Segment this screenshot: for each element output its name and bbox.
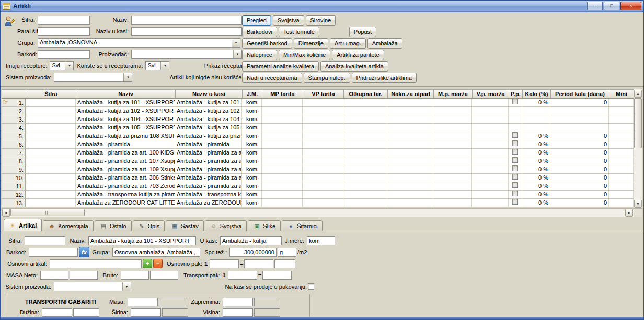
button-popust[interactable]: Popust (349, 27, 376, 37)
detail-osnovno-pak-total-input[interactable] (244, 259, 273, 268)
column-header-m-p-marža[interactable]: M.p. marža (434, 90, 473, 98)
filter-koriste-select[interactable]: Svi ▼ (145, 61, 169, 70)
column-header-p-p[interactable]: P.p. (509, 90, 523, 98)
column-header-naziv-u-kasi[interactable]: Naziv u kasi (176, 90, 243, 98)
detail-sifra-input[interactable] (25, 236, 65, 245)
column-header-mp-tarifa[interactable]: MP tarifa (262, 90, 303, 98)
detail-masa-neto-input-2[interactable] (70, 271, 98, 280)
gabariti-duzina-unit-input[interactable] (73, 308, 99, 317)
button-analiza-kvaliteta-artikla[interactable]: Analiza kvaliteta artikla (320, 61, 388, 72)
scroll-right-icon[interactable]: ► (625, 209, 633, 217)
button-test-formule[interactable]: Test formule (279, 27, 319, 37)
button-štampa-nalep[interactable]: Štampa nalep. (304, 73, 350, 83)
gabariti-visina-input[interactable] (223, 308, 253, 317)
button-barkodovi[interactable]: Barkodovi (242, 27, 277, 37)
pp-checkbox[interactable] (512, 191, 518, 196)
pp-checkbox[interactable] (512, 174, 518, 180)
remove-icon[interactable]: − (153, 259, 163, 268)
column-header-nakn-za-otpad[interactable]: Nakn.za otpad (388, 90, 434, 98)
detail-u-kasi-input[interactable] (220, 236, 282, 245)
detail-transport-pak-total-input[interactable] (262, 271, 292, 280)
table-row[interactable]: 12.Ambalaža - transportna kutija za pira… (2, 191, 634, 199)
horizontal-scroll-thumb[interactable] (10, 209, 85, 216)
scroll-left-icon[interactable]: ◄ (2, 209, 10, 217)
detail-transport-pak-qty-input[interactable] (228, 271, 257, 280)
table-row[interactable]: 10.Ambalaža - piramida za art. 306 Stink… (2, 174, 634, 182)
tab-opis[interactable]: ✎Opis (133, 220, 165, 231)
column-header-mini[interactable]: Mini (610, 90, 634, 98)
gabariti-sirina-input[interactable] (131, 308, 161, 317)
detail-naziv-input[interactable] (88, 236, 196, 245)
table-row[interactable]: 4.Ambalaža - kutija za 105 - XSUPPORTAmb… (2, 124, 634, 132)
detail-na-kasi-checkbox[interactable] (308, 283, 314, 290)
button-pridruži-slike-artiklima[interactable]: Pridruži slike artiklima (352, 73, 417, 83)
add-icon[interactable]: + (143, 259, 152, 268)
filter-paral-sifra-input[interactable] (38, 27, 90, 36)
filter-barkod-input[interactable] (38, 50, 90, 59)
pp-checkbox[interactable] (512, 99, 518, 104)
column-header-otkupna-tar[interactable]: Otkupna tar. (344, 90, 388, 98)
pp-checkbox[interactable] (512, 149, 518, 155)
pp-checkbox[interactable] (512, 157, 518, 163)
tab-komercijala[interactable]: ☻Komercijala (43, 220, 93, 231)
horizontal-scrollbar[interactable]: ◄ ► (2, 208, 642, 217)
column-header-kalo[interactable]: Kalo (%) (523, 90, 551, 98)
button-ambalaža[interactable]: Ambalaža (367, 38, 402, 49)
pp-checkbox[interactable] (512, 165, 518, 171)
button-generiši-barkod[interactable]: Generiši barkod (242, 38, 292, 49)
detail-spc-unit-input[interactable] (278, 248, 296, 257)
filter-naziv-u-kasi-input[interactable] (131, 27, 242, 36)
title-bar[interactable]: Artikli – □ × (1, 1, 643, 12)
chevron-down-icon[interactable]: ▼ (232, 39, 240, 47)
scroll-up-icon[interactable]: ▲ (634, 90, 642, 98)
button-artikli-za-paritete[interactable]: Artikli za paritete (332, 50, 384, 60)
detail-osnovno-pak-unit-input[interactable] (274, 259, 295, 268)
detail-sistem-proizvoda-select[interactable]: ▼ (54, 282, 131, 291)
button-nađi-u-recepturama[interactable]: Nađi u recepturama (242, 73, 302, 83)
table-row[interactable]: 11.Ambalaža - piramida za art. 703 Zerod… (2, 182, 634, 191)
tab-slike[interactable]: ▣Slike (248, 220, 281, 231)
chevron-down-icon[interactable]: ▼ (123, 73, 132, 81)
button-min-max-količine[interactable]: Min/Max količine (279, 50, 330, 60)
scroll-down-icon[interactable]: ▼ (634, 200, 642, 208)
gabariti-duzina-input[interactable] (42, 308, 72, 317)
detail-spc-tez-input[interactable] (229, 248, 277, 257)
filter-grupa-select[interactable]: Ambalaža ,OSNOVNA ▼ (38, 38, 240, 48)
column-header-vp-tarifa[interactable]: VP tarifa (303, 90, 344, 98)
filter-naziv-input[interactable] (131, 16, 242, 25)
table-row[interactable]: 7.Ambalaža - piramida za art. 100 KIDS X… (2, 149, 634, 157)
detail-grupa-input[interactable] (112, 248, 200, 257)
column-header-period-kala-dana[interactable]: Period kala (dana) (551, 90, 610, 98)
tab-ostalo[interactable]: ▤Ostalo (95, 220, 132, 231)
column-header-šifra[interactable]: Šifra (26, 90, 76, 98)
tab-šifarnici[interactable]: ♦Šifarnici (282, 220, 323, 231)
pp-checkbox[interactable] (512, 182, 518, 188)
column-header-j-m[interactable]: J.M. (243, 90, 262, 98)
column-header-v-p-marža[interactable]: V.p. marža (473, 90, 509, 98)
detail-osnovno-pak-qty-input[interactable] (210, 259, 239, 268)
chevron-down-icon[interactable]: ▼ (160, 62, 169, 70)
vertical-scroll-thumb[interactable] (634, 98, 642, 148)
filter-imaju-recepture-select[interactable]: Svi ▼ (50, 61, 74, 70)
button-art-u-mag[interactable]: Art.u mag. (330, 38, 366, 49)
detail-osnovni-artikal-input[interactable] (50, 259, 142, 268)
chevron-down-icon[interactable]: ▼ (65, 62, 73, 70)
button-nalepnice[interactable]: Nalepnice (242, 50, 277, 60)
button-svojstva[interactable]: Svojstva (273, 15, 304, 26)
table-row[interactable]: ☞1.Ambalaža - kutija za 101 - XSUPPORTAm… (2, 99, 634, 107)
table-row[interactable]: 5.Ambalaža - kutija za prizmu 108 XSUPPA… (2, 132, 634, 140)
button-dimenzije[interactable]: Dimenzije (294, 38, 328, 49)
tab-artikal[interactable]: ☀Artikal (4, 219, 42, 231)
tab-sastav[interactable]: ▦Sastav (166, 220, 204, 231)
vertical-scrollbar[interactable]: ▲ ▼ (634, 89, 642, 208)
detail-masa-neto-input-1[interactable] (40, 271, 68, 280)
gabariti-visina-unit-input[interactable] (254, 308, 280, 317)
filter-proizvodjac-select[interactable]: ▼ (131, 50, 242, 59)
filter-sistem-proizvoda-select[interactable]: ▼ (54, 73, 132, 82)
pp-checkbox[interactable] (512, 132, 518, 138)
detail-bruto-input-2[interactable] (150, 271, 178, 280)
gabariti-zapremina-unit-input[interactable] (254, 298, 280, 306)
pp-checkbox[interactable] (512, 199, 518, 205)
detail-j-mere-input[interactable] (307, 236, 335, 245)
table-row[interactable]: 2.Ambalaža - kutija za 102 - XSUPPORTAmb… (2, 107, 634, 115)
